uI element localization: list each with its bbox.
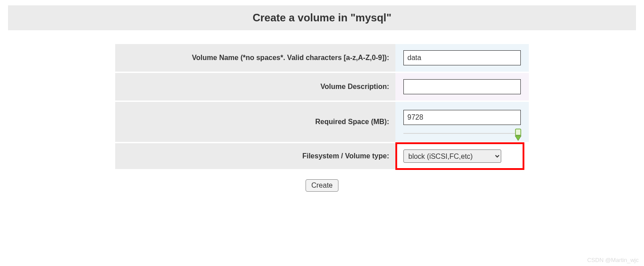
row-volume-name: Volume Name (*no spaces*. Valid characte… xyxy=(115,44,529,72)
create-button[interactable]: Create xyxy=(306,179,338,192)
page-title: Create a volume in "mysql" xyxy=(8,12,636,24)
space-slider[interactable] xyxy=(403,133,521,134)
cell-volume-description xyxy=(395,73,529,101)
page-header: Create a volume in "mysql" xyxy=(8,5,636,30)
cell-filesystem-type: block (iSCSI,FC,etc) xyxy=(395,143,529,169)
slider-handle-icon[interactable] xyxy=(514,129,523,141)
row-filesystem-type: Filesystem / Volume type: block (iSCSI,F… xyxy=(115,143,529,169)
svg-marker-1 xyxy=(515,136,521,141)
label-volume-name: Volume Name (*no spaces*. Valid characte… xyxy=(115,44,395,72)
row-volume-description: Volume Description: xyxy=(115,73,529,101)
label-required-space: Required Space (MB): xyxy=(115,102,395,142)
watermark-text: CSDN @Martin_wjc xyxy=(587,257,639,263)
label-volume-description: Volume Description: xyxy=(115,73,395,101)
slider-track xyxy=(403,133,521,134)
volume-form: Volume Name (*no spaces*. Valid characte… xyxy=(115,43,529,170)
cell-required-space xyxy=(395,102,529,142)
cell-volume-name xyxy=(395,44,529,72)
volume-description-input[interactable] xyxy=(403,79,521,94)
svg-rect-0 xyxy=(515,129,521,135)
volume-name-input[interactable] xyxy=(403,50,521,65)
required-space-input[interactable] xyxy=(403,110,521,125)
row-required-space: Required Space (MB): xyxy=(115,102,529,142)
submit-row: Create xyxy=(8,170,636,192)
filesystem-type-select[interactable]: block (iSCSI,FC,etc) xyxy=(403,149,501,163)
label-filesystem-type: Filesystem / Volume type: xyxy=(115,143,395,169)
